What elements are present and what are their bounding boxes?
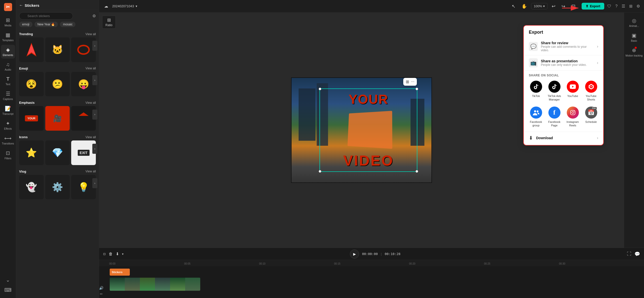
sidebar-item-media[interactable]: ⊞ Media [1,15,15,29]
tag-emoji[interactable]: emoji [19,22,32,27]
share-review-option[interactable]: 💬 Share for review People can add commen… [524,38,603,55]
project-name-text: 202402071043 [112,4,134,8]
back-button[interactable]: ← Stickers [19,3,39,8]
trash-button[interactable]: 🗑 [109,252,113,256]
filter-button[interactable]: ⚙ [92,14,96,18]
sticker-item[interactable]: 😕 [45,72,70,96]
social-grid: TikTok TikTok Ads Manager [524,79,603,132]
keyboard-icon: ⌨ [4,287,12,293]
menu-button[interactable]: ☰ [621,3,626,10]
sidebar-item-templates[interactable]: ▦ Templates [1,30,15,44]
app-logo: ✂ [4,3,12,11]
sticker-item[interactable]: ⚙️ [45,175,70,200]
chat-button[interactable]: 💬 [634,251,640,257]
handle-tr[interactable] [416,88,418,90]
pan-tool-button[interactable]: ✋ [519,3,529,10]
back-arrow-icon: ← [19,3,23,8]
basic-label: Basic [631,39,637,42]
social-tiktok-ads[interactable]: TikTok Ads Manager [546,79,562,103]
float-more-button[interactable]: ··· [411,79,414,84]
schedule-icon: 📅 Free [585,107,597,119]
trending-next-button[interactable]: › [92,41,97,51]
sticker-item[interactable]: 🐱 [45,37,70,62]
export-track-chevron[interactable]: ▾ [122,252,124,256]
sidebar-item-effects[interactable]: ✦ Effects [1,118,15,132]
social-yt-shorts[interactable]: YouTube Shorts [583,79,599,103]
sticker-track-item[interactable]: Stickers [110,269,130,276]
sidebar-item-text[interactable]: T Text [1,74,15,88]
social-fb-group[interactable]: Facebook group [528,105,544,129]
zoom-control[interactable]: 100% ▾ [531,3,548,9]
emphasis-view-all[interactable]: View all [86,101,96,105]
captions-icon: ☰ [6,91,10,97]
share-review-arrow: › [597,44,598,49]
fb-group-label: Facebook group [529,120,543,127]
tag-mosaic[interactable]: mosaic [60,22,75,27]
video-track-item[interactable] [110,278,200,291]
sticker-item[interactable] [19,37,44,62]
emphasis-next-button[interactable]: › [92,110,97,120]
social-schedule[interactable]: 📅 Free Schedule [583,105,599,129]
sidebar-item-elements[interactable]: ◈ Elements [1,45,15,59]
social-youtube[interactable]: YouTube [565,79,581,103]
sticker-item[interactable]: 😵 [19,72,44,96]
sidebar-item-audio[interactable]: ♫ Audio [1,60,15,73]
animate-panel-item[interactable]: ◎ Animat... [624,16,644,29]
elements-icon: ◈ [6,47,10,53]
sticker-item[interactable]: 💎 [45,140,70,165]
sticker-item[interactable]: 👻 [19,175,44,200]
share-social-label: Share on social [524,71,603,79]
export-button[interactable]: ⬆ Export [582,3,604,10]
sidebar-item-captions[interactable]: ☰ Captions [1,89,15,103]
sound-toggle-button[interactable]: 🔊 [99,286,103,290]
sidebar-item-transitions[interactable]: ⟷ Transitions [1,133,15,147]
sidebar-item-collapse[interactable]: ⌄ [1,275,15,285]
vlog-view-all[interactable]: View all [86,170,96,173]
emoji-view-all[interactable]: View all [86,67,96,70]
sticker-item[interactable]: 🎥 [45,106,70,131]
social-instagram[interactable]: Instagram Reels [565,105,581,129]
sticker-item[interactable]: ⭐ [19,140,44,165]
ratio-button[interactable]: ⊞ Ratio [102,16,116,29]
cat-sticker: 🐱 [52,44,63,55]
basic-panel-item[interactable]: ▣ Basic [624,30,644,44]
sticker-track-row: Stickers [109,268,644,276]
help-button[interactable]: ? [614,3,619,10]
project-name[interactable]: 202402071043 ▾ [112,4,137,8]
play-button[interactable]: ▶ [350,250,359,259]
cloud-save-button[interactable]: ☁ [102,3,110,10]
settings-button[interactable]: ⚙ [635,3,641,10]
fullscreen-button[interactable]: ⛶ [627,251,631,257]
select-tool-button[interactable]: ↖ [510,3,517,10]
emoji-next-button[interactable]: › [92,75,97,85]
vlog-next-button[interactable]: › [92,178,97,188]
download-option[interactable]: ⬇ Download › [524,132,603,145]
edit-button[interactable]: ✏ [99,292,103,296]
share-presentation-option[interactable]: 📺 Share as presentation People can only … [524,55,603,71]
total-time: 00:10:28 [385,252,400,256]
tag-newyear[interactable]: New Year 🔥 [34,22,58,27]
social-fb-page[interactable]: f Facebook Page [546,105,562,129]
text-sticker-overlay[interactable]: ⊞ ··· YOUR VIDEO [319,88,417,172]
search-input[interactable] [19,12,73,20]
motion-tracking-panel-item[interactable]: ⊕ Motion tracking [624,45,644,59]
delete-clip-button[interactable]: ⊡ [103,252,106,256]
handle-tl[interactable] [319,88,321,90]
undo-button[interactable]: ↩ [550,3,557,10]
shield-icon-button[interactable]: 🛡 [606,3,612,10]
sidebar-item-transcript[interactable]: 📝 Transcript [1,104,15,117]
fb-page-label: Facebook Page [547,120,561,127]
motion-tracking-badge [635,47,637,49]
sidebar-item-keyboard[interactable]: ⌨ [1,285,15,295]
sticker-item[interactable]: YOUR [19,106,44,131]
export-track-button[interactable]: ⬇ [116,252,119,256]
float-duplicate-button[interactable]: ⊞ [406,79,409,84]
animate-icon: ◎ [632,18,636,24]
icons-view-all[interactable]: View all [86,135,96,139]
layout-button[interactable]: ⊞ [628,3,633,10]
icons-next-button[interactable]: › [92,144,97,154]
trending-view-all[interactable]: View all [86,32,96,36]
social-tiktok[interactable]: TikTok [528,79,544,103]
panel-title: Stickers [25,3,39,8]
sidebar-item-filters[interactable]: ⊡ Filters [1,148,15,162]
